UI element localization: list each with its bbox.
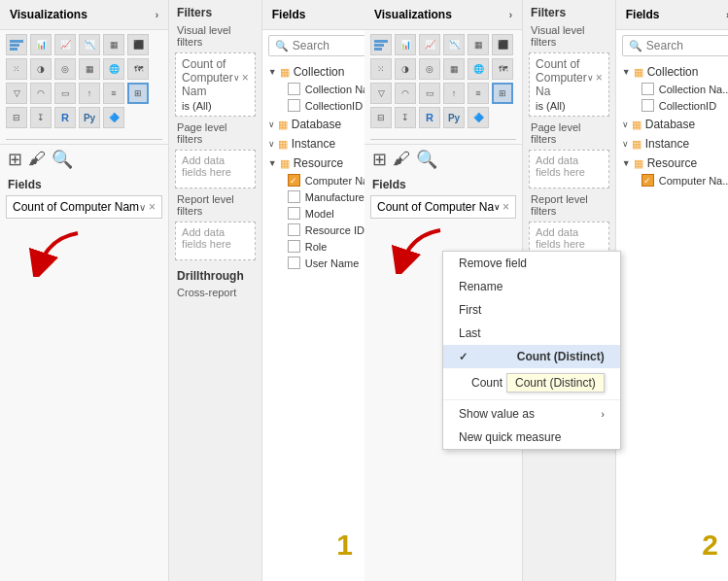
right-field-checkbox-collection-name[interactable] [641, 83, 654, 95]
viz-icon-py[interactable]: Py [79, 107, 100, 128]
right-viz-icon-11[interactable]: 🌐 [468, 58, 489, 80]
right-field-item-computer-name[interactable]: Computer Na... [620, 172, 728, 188]
left-report-fields-box[interactable]: Add data fields here [175, 222, 256, 260]
field-checkbox-collectionid[interactable] [288, 99, 300, 112]
viz-icon-bar-100[interactable]: 📈 [54, 34, 76, 55]
right-fields-icon[interactable]: ⊞ [372, 149, 387, 170]
field-checkbox-collection-name[interactable] [288, 83, 300, 95]
right-field-group-instance-header[interactable]: ∨ ▦ Instance [620, 135, 728, 153]
viz-panel-arrow[interactable]: › [156, 10, 158, 20]
field-checkbox-manufacturer[interactable] [288, 190, 300, 203]
right-field-checkbox-collectionid[interactable] [641, 99, 654, 112]
viz-icon-pie[interactable]: ◑ [30, 58, 52, 80]
viz-icon-card[interactable]: ▭ [54, 83, 76, 104]
viz-icon-r[interactable]: R [54, 107, 76, 128]
analytics-icon[interactable]: 🔍 [52, 149, 73, 170]
right-viz-icon-15[interactable]: ▭ [419, 83, 440, 104]
viz-icon-map[interactable]: 🌐 [103, 58, 124, 80]
right-viz-icon-8[interactable]: ◑ [395, 58, 416, 80]
right-viz-icon-custom[interactable]: 🔷 [468, 107, 489, 128]
right-viz-icon-16[interactable]: ↑ [443, 83, 465, 104]
viz-icon-ribbon[interactable]: ⬛ [127, 34, 149, 55]
left-count-field-chip[interactable]: Count of Computer Nam ∨ × [6, 195, 162, 219]
viz-icon-table[interactable]: ⊞ [127, 83, 149, 104]
right-viz-icon-6[interactable]: ⬛ [492, 34, 513, 55]
right-filter-close-icon[interactable]: × [596, 71, 603, 85]
left-filter-field-box[interactable]: Count of Computer Nam ∨ × is (All) [175, 52, 256, 117]
right-filter-field-box[interactable]: Count of Computer Na ∨ × is (All) [529, 52, 609, 117]
right-viz-icon-7[interactable]: ⁙ [370, 58, 392, 80]
viz-icon-treemap[interactable]: ▦ [79, 58, 100, 80]
right-count-field-chevron[interactable]: ∨ [494, 202, 501, 212]
viz-icon-gauge[interactable]: ◠ [30, 83, 52, 104]
field-checkbox-role[interactable] [288, 240, 300, 253]
left-page-fields-box[interactable]: Add data fields here [175, 150, 256, 188]
left-search-input[interactable] [293, 39, 373, 52]
left-count-field-close[interactable]: × [149, 200, 156, 214]
viz-icon-filled-map[interactable]: 🗺 [127, 58, 149, 80]
right-viz-panel-arrow[interactable]: › [509, 10, 512, 20]
context-menu-show-value[interactable]: Show value as › [443, 402, 620, 426]
right-viz-icon-20[interactable]: ↧ [395, 107, 416, 128]
field-checkbox-model[interactable] [288, 207, 300, 220]
right-viz-icon-5[interactable]: ▦ [468, 34, 489, 55]
viz-icon-kpi[interactable]: ↑ [79, 83, 100, 104]
context-menu-last[interactable]: Last [443, 322, 620, 345]
right-viz-icon-17[interactable]: ≡ [468, 83, 489, 104]
context-menu-new-quick[interactable]: New quick measure [443, 426, 620, 449]
right-field-group-database-header[interactable]: ∨ ▦ Database [620, 116, 728, 133]
context-menu-rename[interactable]: Rename [443, 275, 620, 298]
left-filter-chevron-icon[interactable]: ∨ [233, 73, 240, 83]
viz-icon-bar-clustered[interactable]: 📊 [30, 34, 52, 55]
right-viz-icon-r[interactable]: R [419, 107, 440, 128]
format-icon[interactable]: 🖌 [28, 149, 46, 170]
right-viz-icon-py[interactable]: Py [443, 107, 465, 128]
right-viz-icon-19[interactable]: ⊟ [370, 107, 392, 128]
right-field-item-collection-name[interactable]: Collection Na... [620, 81, 728, 97]
viz-icon-line[interactable]: 📉 [79, 34, 100, 55]
viz-icon-custom[interactable]: 🔷 [103, 107, 124, 128]
left-search-box[interactable]: 🔍 [268, 35, 380, 56]
field-checkbox-username[interactable] [288, 256, 300, 269]
left-count-field-chevron[interactable]: ∨ [139, 202, 146, 213]
right-filter-chevron-icon[interactable]: ∨ [587, 73, 594, 83]
right-format-icon[interactable]: 🖌 [393, 149, 410, 170]
right-search-input[interactable] [646, 39, 727, 52]
right-count-field-close[interactable]: × [503, 200, 509, 214]
context-menu-first[interactable]: First [443, 298, 620, 322]
right-viz-icon-10[interactable]: ▦ [443, 58, 465, 80]
right-viz-icon-14[interactable]: ◠ [395, 83, 416, 104]
right-viz-icon-9[interactable]: ◎ [419, 58, 440, 80]
context-menu-count[interactable]: ✓ Count Count (Distinct) [443, 368, 620, 397]
right-analytics-icon[interactable]: 🔍 [416, 149, 437, 170]
right-field-item-collectionid[interactable]: CollectionID [620, 97, 728, 114]
context-menu-remove-field[interactable]: Remove field [443, 252, 620, 275]
left-filter-close-icon[interactable]: × [242, 71, 249, 85]
right-viz-icon-18[interactable]: ⊞ [492, 83, 513, 104]
right-viz-icon-12[interactable]: 🗺 [492, 58, 513, 80]
viz-icon-scatter[interactable]: ⁙ [6, 58, 27, 80]
viz-icon-bar-stacked[interactable] [6, 34, 27, 55]
viz-icon-area[interactable]: ▦ [103, 34, 124, 55]
right-count-field-chip[interactable]: Count of Computer Na ∨ × [370, 195, 516, 219]
right-field-checkbox-computer-name[interactable] [641, 174, 654, 187]
right-search-box[interactable]: 🔍 [622, 35, 728, 56]
right-field-group-collection-header[interactable]: ▼ ▦ Collection [620, 63, 728, 81]
context-menu-count-distinct[interactable]: ✓ Count (Distinct) [443, 345, 620, 368]
viz-icon-waterfall[interactable]: ↧ [30, 107, 52, 128]
right-viz-icon-13[interactable]: ▽ [370, 83, 392, 104]
fields-icon[interactable]: ⊞ [8, 149, 22, 170]
viz-icon-donut[interactable]: ◎ [54, 58, 76, 80]
right-viz-icon-3[interactable]: 📈 [419, 34, 440, 55]
right-viz-icon-4[interactable]: 📉 [443, 34, 465, 55]
field-checkbox-computer-name[interactable] [288, 174, 300, 187]
viz-icon-funnel[interactable]: ▽ [6, 83, 27, 104]
field-checkbox-resource-id[interactable] [288, 223, 300, 236]
right-filter-count-field[interactable]: Count of Computer Na ∨ × [536, 57, 603, 98]
left-filter-count-field[interactable]: Count of Computer Nam ∨ × [182, 57, 249, 98]
right-page-fields-box[interactable]: Add data fields here [529, 150, 609, 188]
right-field-group-resource-header[interactable]: ▼ ▦ Resource [620, 154, 728, 172]
right-viz-icon-2[interactable]: 📊 [395, 34, 416, 55]
right-viz-icon-1[interactable] [370, 34, 392, 55]
viz-icon-slicer[interactable]: ≡ [103, 83, 124, 104]
